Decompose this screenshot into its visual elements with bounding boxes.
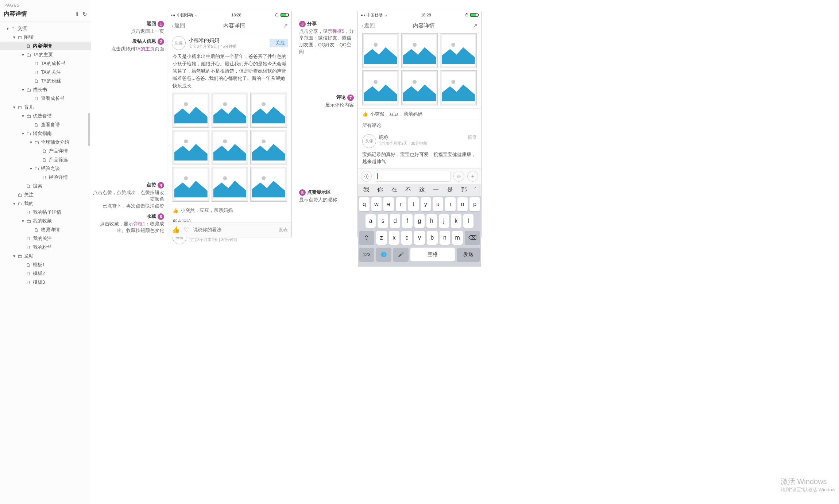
key-e[interactable]: e: [383, 197, 394, 211]
key-f[interactable]: f: [402, 214, 412, 228]
mic-icon[interactable]: 🎤: [393, 248, 409, 261]
key-b[interactable]: b: [427, 231, 438, 245]
suggestion[interactable]: 在: [387, 186, 401, 194]
backspace-key[interactable]: ⌫: [465, 231, 480, 245]
suggestion[interactable]: 一: [429, 186, 443, 194]
thumb-up-icon[interactable]: 👍: [362, 111, 368, 117]
image-placeholder[interactable]: [401, 33, 438, 68]
send-button[interactable]: 发表: [278, 226, 288, 233]
tree-folder[interactable]: ▼🗀辅食指南: [0, 129, 91, 138]
key-j[interactable]: j: [439, 214, 449, 228]
suggestion[interactable]: 不: [401, 186, 415, 194]
image-placeholder[interactable]: [250, 93, 287, 128]
tree-folder[interactable]: ▼🗀我的: [0, 199, 91, 208]
tree-folder[interactable]: ▼🗀交流: [0, 24, 91, 33]
key-k[interactable]: k: [451, 214, 461, 228]
key-r[interactable]: r: [396, 197, 406, 211]
tree-folder[interactable]: 🗀关注: [0, 190, 91, 199]
image-placeholder[interactable]: [173, 93, 209, 128]
expand-toggle[interactable]: ▼: [12, 202, 17, 206]
expand-toggle[interactable]: ▼: [20, 88, 26, 92]
tree-folder[interactable]: ▼🗀育儿: [0, 103, 91, 112]
avatar[interactable]: 头像: [362, 134, 376, 148]
key-123[interactable]: 123: [359, 248, 374, 261]
key-c[interactable]: c: [401, 231, 412, 245]
key-i[interactable]: i: [445, 197, 456, 211]
key-s[interactable]: s: [378, 214, 388, 228]
key-z[interactable]: z: [376, 231, 387, 245]
comment-input[interactable]: [193, 227, 275, 232]
tree-page[interactable]: 🗋模板2: [0, 269, 91, 278]
key-g[interactable]: g: [414, 214, 425, 228]
text-input[interactable]: [375, 171, 451, 182]
image-placeholder[interactable]: [401, 70, 438, 105]
expand-toggle[interactable]: ▼: [20, 219, 26, 223]
tree-page[interactable]: 🗋我的关注: [0, 234, 91, 243]
tree-folder[interactable]: ▼🗀发帖: [0, 252, 91, 260]
globe-icon[interactable]: 🌐: [376, 248, 391, 261]
key-w[interactable]: w: [371, 197, 382, 211]
annotation-link[interactable]: TA的主页: [135, 46, 155, 51]
expand-toggle[interactable]: ▼: [20, 114, 26, 118]
expand-toggle[interactable]: ▼: [12, 35, 17, 39]
expand-toggle[interactable]: ▼: [12, 105, 17, 109]
key-l[interactable]: l: [463, 214, 473, 228]
image-placeholder[interactable]: [250, 167, 287, 202]
key-y[interactable]: y: [421, 197, 431, 211]
tree-folder[interactable]: ▼🗀闲聊: [0, 33, 91, 42]
expand-toggle[interactable]: ▼: [5, 27, 10, 31]
key-h[interactable]: h: [426, 214, 437, 228]
tree-page[interactable]: 🗋产品详情: [0, 147, 91, 155]
key-t[interactable]: t: [408, 197, 419, 211]
emoji-icon[interactable]: ☺: [453, 171, 464, 182]
tree-folder[interactable]: ▼🗀优选食谱: [0, 112, 91, 120]
tree-page[interactable]: 🗋TA的成长书: [0, 59, 91, 68]
tree-folder[interactable]: ▼🗀全球辅食介绍: [0, 138, 91, 147]
tree-folder[interactable]: ▼🗀成长书: [0, 85, 91, 94]
tree-page[interactable]: 🗋模板3: [0, 278, 91, 287]
add-icon[interactable]: +: [467, 171, 478, 182]
back-button[interactable]: ‹ 返回: [361, 22, 375, 29]
favorite-icon[interactable]: ♡: [183, 226, 189, 234]
expand-toggle[interactable]: ▼: [20, 53, 26, 57]
expand-toggle[interactable]: ▼: [20, 132, 26, 136]
image-placeholder[interactable]: [212, 93, 248, 128]
tree-page[interactable]: 🗋我的粉丝: [0, 243, 91, 252]
export-icon[interactable]: ⇪: [75, 11, 80, 18]
annotation-link[interactable]: 弹框1: [133, 221, 145, 226]
image-placeholder[interactable]: [362, 70, 399, 105]
key-send[interactable]: 发送: [457, 248, 480, 261]
key-space[interactable]: 空格: [410, 248, 455, 261]
tree-page[interactable]: 🗋TA的关注: [0, 68, 91, 77]
tree-page[interactable]: 🗋经验详情: [0, 173, 91, 182]
refresh-icon[interactable]: ↻: [82, 11, 87, 18]
share-icon[interactable]: ↗: [473, 22, 478, 29]
key-o[interactable]: o: [457, 197, 468, 211]
image-placeholder[interactable]: [173, 167, 209, 202]
tree-page[interactable]: 🗋内容详情: [0, 42, 91, 50]
key-d[interactable]: d: [390, 214, 400, 228]
tree-folder[interactable]: ▼🗀经验之谈: [0, 164, 91, 173]
tree-page[interactable]: 🗋收藏详情: [0, 225, 91, 234]
follow-button[interactable]: +关注: [270, 39, 288, 47]
suggestion[interactable]: 是: [443, 186, 457, 194]
tree-page[interactable]: 🗋查看食谱: [0, 120, 91, 129]
author-row[interactable]: 头像 小糯米的妈妈 宝宝8个月零5天 | 45分钟前 +关注: [168, 33, 291, 53]
share-icon[interactable]: ↗: [283, 22, 288, 29]
key-p[interactable]: p: [469, 197, 480, 211]
suggestion[interactable]: 你: [373, 186, 387, 194]
back-button[interactable]: ‹ 返回: [172, 22, 185, 29]
canvas[interactable]: 返回1 点击返回上一页 发帖人信息2 点击跳转到TA的主页页面 点赞4 点击点赞…: [91, 0, 839, 504]
tree-folder[interactable]: ▼🗀我的收藏: [0, 217, 91, 225]
key-a[interactable]: a: [366, 214, 376, 228]
image-placeholder[interactable]: [362, 33, 399, 68]
key-u[interactable]: u: [433, 197, 443, 211]
image-placeholder[interactable]: [440, 33, 477, 68]
image-placeholder[interactable]: [212, 167, 248, 202]
like-icon[interactable]: 👍: [172, 226, 180, 234]
expand-toggle[interactable]: ▼: [12, 254, 17, 258]
image-placeholder[interactable]: [173, 130, 209, 165]
key-n[interactable]: n: [440, 231, 451, 245]
tree-folder[interactable]: ▼🗀TA的主页: [0, 50, 91, 59]
tree-page[interactable]: 🗋查看成长书: [0, 94, 91, 103]
